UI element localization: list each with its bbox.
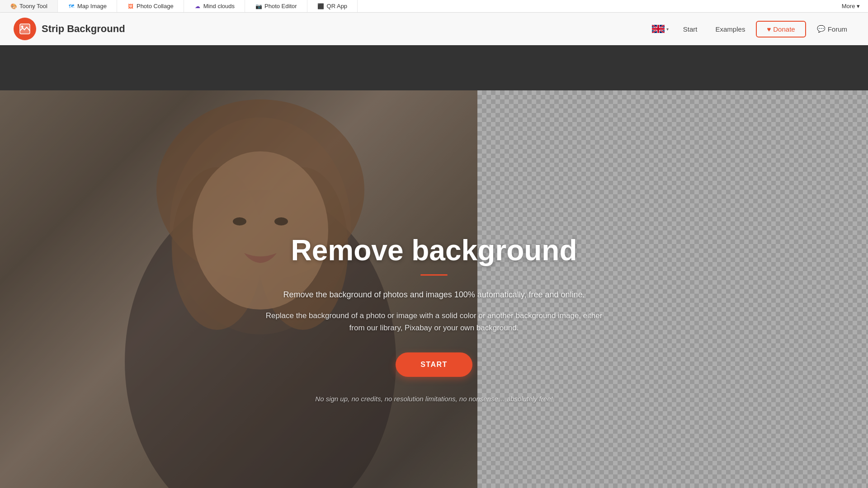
- mind-clouds-icon: ☁: [194, 3, 201, 10]
- nav-photo-collage[interactable]: 🖼 Photo Collage: [117, 0, 184, 12]
- photo-editor-label: Photo Editor: [264, 3, 297, 9]
- toony-tool-label: Toony Tool: [19, 3, 47, 9]
- nav-examples-link[interactable]: Examples: [708, 22, 753, 37]
- map-image-label: Map Image: [77, 3, 107, 9]
- start-button[interactable]: START: [396, 352, 472, 377]
- map-image-icon: 🗺: [68, 3, 75, 10]
- logo-area: Strip Background: [14, 18, 125, 40]
- svg-point-2: [21, 26, 24, 28]
- nav-mind-clouds[interactable]: ☁ Mind clouds: [184, 0, 245, 12]
- toony-tool-icon: 🎨: [10, 3, 17, 10]
- nav-photo-editor[interactable]: 📷 Photo Editor: [245, 0, 307, 12]
- hero-note: No sign up, no credits, no resolution li…: [262, 395, 606, 403]
- hero-content: Remove background Remove the background …: [253, 225, 615, 411]
- svg-rect-11: [652, 28, 665, 30]
- top-nav-bar: 🎨 Toony Tool 🗺 Map Image 🖼 Photo Collage…: [0, 0, 868, 13]
- donate-button[interactable]: ♥ Donate: [756, 21, 806, 38]
- photo-editor-icon: 📷: [255, 3, 262, 10]
- nav-map-image[interactable]: 🗺 Map Image: [58, 0, 117, 12]
- forum-icon: 💬: [817, 25, 826, 33]
- hero-description: Replace the background of a photo or ima…: [262, 310, 606, 334]
- main-header: Strip Background ▾ Start: [0, 13, 868, 45]
- nav-forum-link[interactable]: 💬 Forum: [810, 21, 854, 37]
- header-nav: ▾ Start Examples ♥ Donate 💬 Forum: [648, 21, 854, 38]
- photo-collage-label: Photo Collage: [137, 3, 174, 9]
- nav-start-link[interactable]: Start: [676, 22, 705, 37]
- top-nav-more-button[interactable]: More ▾: [834, 0, 868, 12]
- hero-title: Remove background: [262, 234, 606, 267]
- qr-app-icon: ⬛: [317, 3, 325, 10]
- heart-icon: ♥: [767, 25, 771, 33]
- hero-subtitle: Remove the background of photos and imag…: [262, 288, 606, 301]
- mind-clouds-label: Mind clouds: [203, 3, 235, 9]
- language-chevron-icon: ▾: [666, 27, 669, 32]
- nav-qr-app[interactable]: ⬛ QR App: [307, 0, 358, 12]
- app-logo-icon: [14, 18, 36, 40]
- uk-flag-icon: [652, 25, 665, 33]
- hero-title-divider: [420, 274, 448, 276]
- app-logo-text: Strip Background: [42, 23, 125, 35]
- hero-section: Remove background Remove the background …: [0, 90, 868, 488]
- nav-toony-tool[interactable]: 🎨 Toony Tool: [0, 0, 58, 12]
- language-selector[interactable]: ▾: [648, 23, 672, 35]
- photo-collage-icon: 🖼: [127, 3, 134, 10]
- qr-app-label: QR App: [327, 3, 348, 9]
